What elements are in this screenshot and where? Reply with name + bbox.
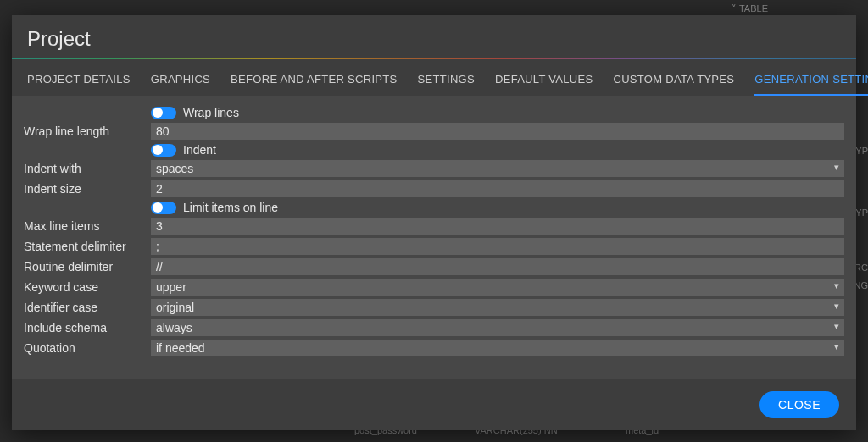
- include-schema-select[interactable]: always: [151, 319, 844, 336]
- wrap-lines-toggle-label: Wrap lines: [183, 106, 239, 119]
- settings-grid: Wrap lines Wrap line length Indent Inden…: [24, 106, 844, 356]
- quotation-label: Quotation: [24, 341, 146, 355]
- tab-project-details[interactable]: PROJECT DETAILS: [27, 73, 131, 96]
- statement-delimiter-input[interactable]: [151, 238, 844, 255]
- indent-size-input[interactable]: [151, 180, 844, 197]
- bg-table-section: ˅ TABLE: [732, 3, 768, 14]
- identifier-case-select[interactable]: original: [151, 299, 844, 316]
- limit-items-toggle[interactable]: [151, 202, 176, 214]
- indent-size-label: Indent size: [24, 182, 146, 196]
- max-line-items-input[interactable]: [151, 218, 844, 235]
- project-modal: Project PROJECT DETAILS GRAPHICS BEFORE …: [12, 15, 856, 430]
- wrap-line-length-label: Wrap line length: [24, 124, 146, 138]
- rainbow-divider: [12, 58, 856, 59]
- indent-toggle[interactable]: [151, 144, 176, 157]
- routine-delimiter-label: Routine delimiter: [24, 260, 146, 273]
- keyword-case-label: Keyword case: [24, 280, 146, 294]
- bg-rc: RC: [854, 262, 868, 273]
- quotation-select[interactable]: if needed: [151, 340, 844, 356]
- statement-delimiter-label: Statement delimiter: [24, 240, 146, 253]
- tab-bar: PROJECT DETAILS GRAPHICS BEFORE AND AFTE…: [12, 59, 856, 96]
- modal-title: Project: [12, 15, 856, 58]
- limit-items-toggle-label: Limit items on line: [183, 201, 278, 214]
- wrap-lines-toggle[interactable]: [151, 107, 176, 119]
- tab-before-after-scripts[interactable]: BEFORE AND AFTER SCRIPTS: [231, 73, 397, 96]
- indent-with-select[interactable]: spaces: [151, 160, 844, 177]
- identifier-case-label: Identifier case: [24, 301, 146, 314]
- tab-default-values[interactable]: DEFAULT VALUES: [495, 73, 593, 96]
- tab-graphics[interactable]: GRAPHICS: [151, 73, 210, 96]
- keyword-case-select[interactable]: upper: [151, 279, 844, 296]
- include-schema-label: Include schema: [24, 321, 146, 334]
- settings-panel: Wrap lines Wrap line length Indent Inden…: [12, 96, 856, 379]
- tab-settings[interactable]: SETTINGS: [418, 73, 475, 96]
- bg-yp: YP: [855, 146, 868, 156]
- modal-footer: CLOSE: [12, 379, 856, 430]
- max-line-items-label: Max line items: [24, 219, 146, 233]
- tab-custom-data-types[interactable]: CUSTOM DATA TYPES: [613, 73, 734, 96]
- indent-toggle-label: Indent: [183, 143, 216, 157]
- bg-yp2: YP: [855, 207, 868, 218]
- close-button[interactable]: CLOSE: [760, 391, 839, 418]
- routine-delimiter-input[interactable]: [151, 258, 844, 275]
- wrap-line-length-input[interactable]: [151, 123, 844, 140]
- tab-generation-settings[interactable]: GENERATION SETTINGS: [754, 73, 868, 96]
- indent-with-label: Indent with: [24, 162, 146, 175]
